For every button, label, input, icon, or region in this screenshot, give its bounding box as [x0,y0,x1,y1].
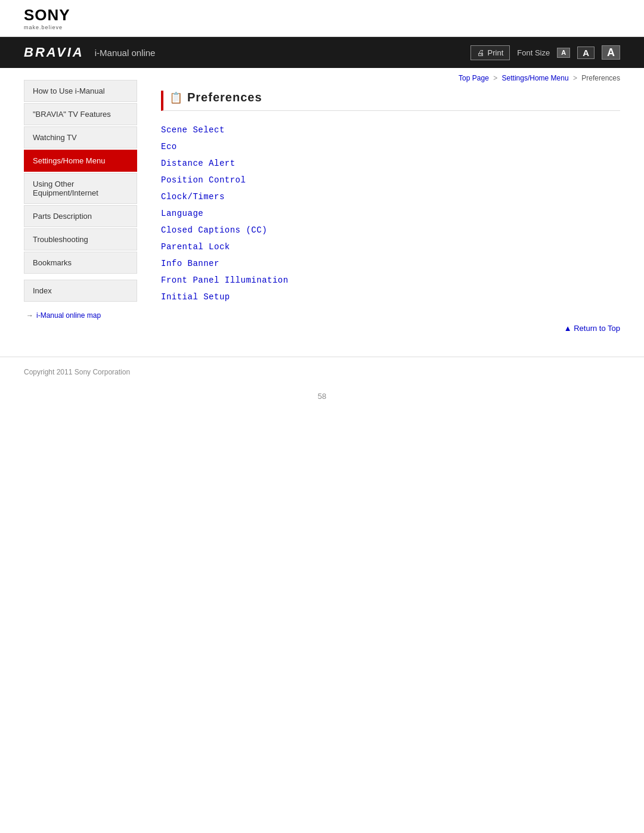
content-area: Top Page > Settings/Home Menu > Preferen… [143,68,644,351]
sidebar-item-parts-desc[interactable]: Parts Description [24,205,137,227]
triangle-up-icon: ▲ [564,324,574,333]
font-size-large-button[interactable]: A [602,45,620,60]
breadcrumb-sep-1: > [493,74,497,82]
sidebar-item-using-other[interactable]: Using Other Equipment/Internet [24,173,137,204]
top-bar: SONY make.believe [0,0,644,37]
link-parental-lock[interactable]: Parental Lock [161,239,620,255]
imanual-map-label: i-Manual online map [36,311,101,320]
print-label: Print [488,48,504,57]
sidebar-item-watching-tv[interactable]: Watching TV [24,126,137,148]
font-size-label: Font Size [517,48,550,57]
nav-bar: BRAVIA i-Manual online 🖨 Print Font Size… [0,37,644,68]
sidebar-item-settings-home[interactable]: Settings/Home Menu [24,150,137,172]
page-number: 58 [0,386,644,413]
nav-right: 🖨 Print Font Size A A A [470,45,620,60]
sidebar-item-troubleshooting[interactable]: Troubleshooting [24,228,137,250]
link-distance-alert[interactable]: Distance Alert [161,155,620,172]
font-size-small-button[interactable]: A [557,48,570,58]
sidebar-item-how-to-use[interactable]: How to Use i-Manual [24,80,137,102]
imanual-map-link[interactable]: → i-Manual online map [26,311,143,320]
link-position-control[interactable]: Position Control [161,172,620,188]
content-links: Scene Select Eco Distance Alert Position… [161,122,620,305]
bravia-logo-text: BRAVIA [24,45,84,60]
page-title-area: 📋 Preferences [161,91,620,111]
font-size-medium-button[interactable]: A [577,47,595,59]
print-icon: 🖨 [477,48,485,57]
breadcrumb-current: Preferences [581,74,620,82]
copyright-text: Copyright 2011 Sony Corporation [24,368,130,376]
sidebar: How to Use i-Manual "BRAVIA" TV Features… [0,68,143,351]
return-to-top-label: Return to Top [574,324,620,333]
main-container: How to Use i-Manual "BRAVIA" TV Features… [0,68,644,351]
link-initial-setup[interactable]: Initial Setup [161,289,620,305]
link-closed-captions[interactable]: Closed Captions (CC) [161,222,620,239]
link-eco[interactable]: Eco [161,138,620,155]
breadcrumb: Top Page > Settings/Home Menu > Preferen… [161,74,620,82]
sidebar-item-bookmarks[interactable]: Bookmarks [24,252,137,274]
imanual-nav-text: i-Manual online [95,48,156,58]
sony-logo: SONY make.believe [24,6,70,30]
link-language[interactable]: Language [161,205,620,222]
breadcrumb-top-page[interactable]: Top Page [459,74,489,82]
sony-tagline: make.believe [24,24,63,30]
return-to-top-area: ▲ Return to Top [161,323,620,333]
footer: Copyright 2011 Sony Corporation [0,357,644,386]
return-to-top-link[interactable]: ▲ Return to Top [564,324,620,333]
sidebar-item-bravia-features[interactable]: "BRAVIA" TV Features [24,103,137,125]
breadcrumb-sep-2: > [573,74,577,82]
print-button[interactable]: 🖨 Print [470,45,510,60]
sidebar-item-index[interactable]: Index [24,280,137,302]
link-scene-select[interactable]: Scene Select [161,122,620,138]
page-title: Preferences [187,91,262,104]
preferences-icon: 📋 [169,91,182,104]
link-front-panel[interactable]: Front Panel Illumination [161,272,620,289]
link-info-banner[interactable]: Info Banner [161,255,620,272]
breadcrumb-settings-menu[interactable]: Settings/Home Menu [502,74,569,82]
bravia-title: BRAVIA i-Manual online [24,45,155,60]
link-clock-timers[interactable]: Clock/Timers [161,188,620,205]
arrow-right-icon: → [26,311,33,320]
sony-logo-text: SONY [24,6,70,24]
